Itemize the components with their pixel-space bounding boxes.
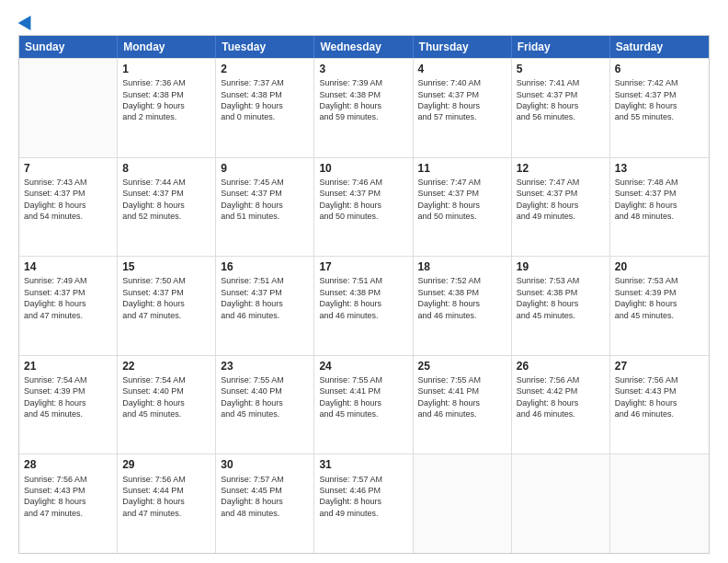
weekday-header-thursday: Thursday xyxy=(414,36,512,58)
calendar: SundayMondayTuesdayWednesdayThursdayFrid… xyxy=(18,35,710,554)
day-info: Sunrise: 7:52 AMSunset: 4:38 PMDaylight:… xyxy=(418,275,506,321)
day-number: 19 xyxy=(517,259,605,274)
day-cell-26: 26Sunrise: 7:56 AMSunset: 4:42 PMDayligh… xyxy=(512,356,610,454)
day-number: 20 xyxy=(615,259,704,274)
day-cell-31: 31Sunrise: 7:57 AMSunset: 4:46 PMDayligh… xyxy=(314,454,413,553)
day-info: Sunrise: 7:55 AMSunset: 4:40 PMDaylight:… xyxy=(221,374,309,420)
day-info: Sunrise: 7:54 AMSunset: 4:39 PMDaylight:… xyxy=(24,374,112,420)
day-cell-17: 17Sunrise: 7:51 AMSunset: 4:38 PMDayligh… xyxy=(314,257,413,355)
day-number: 1 xyxy=(122,62,210,76)
day-cell-28: 28Sunrise: 7:56 AMSunset: 4:43 PMDayligh… xyxy=(19,454,118,553)
day-number: 26 xyxy=(517,359,605,373)
day-cell-20: 20Sunrise: 7:53 AMSunset: 4:39 PMDayligh… xyxy=(610,257,709,355)
day-number: 21 xyxy=(24,359,112,373)
day-number: 17 xyxy=(319,259,407,274)
day-number: 25 xyxy=(418,359,506,373)
calendar-row-2: 14Sunrise: 7:49 AMSunset: 4:37 PMDayligh… xyxy=(19,256,709,355)
day-info: Sunrise: 7:44 AMSunset: 4:37 PMDaylight:… xyxy=(122,177,210,223)
day-number: 30 xyxy=(221,457,309,472)
day-info: Sunrise: 7:55 AMSunset: 4:41 PMDaylight:… xyxy=(418,374,506,420)
day-cell-11: 11Sunrise: 7:47 AMSunset: 4:37 PMDayligh… xyxy=(414,158,512,257)
day-info: Sunrise: 7:55 AMSunset: 4:41 PMDaylight:… xyxy=(319,374,407,420)
day-cell-27: 27Sunrise: 7:56 AMSunset: 4:43 PMDayligh… xyxy=(610,356,709,454)
empty-cell-0-0 xyxy=(19,59,118,157)
day-number: 31 xyxy=(319,457,407,472)
weekday-header-friday: Friday xyxy=(512,36,610,58)
day-info: Sunrise: 7:40 AMSunset: 4:37 PMDaylight:… xyxy=(418,77,506,123)
day-info: Sunrise: 7:49 AMSunset: 4:37 PMDaylight:… xyxy=(24,275,112,321)
day-number: 4 xyxy=(418,62,506,76)
day-cell-30: 30Sunrise: 7:57 AMSunset: 4:45 PMDayligh… xyxy=(216,454,314,553)
day-number: 2 xyxy=(221,62,309,76)
day-number: 22 xyxy=(122,359,210,373)
day-cell-3: 3Sunrise: 7:39 AMSunset: 4:38 PMDaylight… xyxy=(314,59,413,157)
day-number: 18 xyxy=(418,259,506,274)
day-number: 13 xyxy=(615,161,704,176)
day-number: 16 xyxy=(221,259,309,274)
day-info: Sunrise: 7:56 AMSunset: 4:43 PMDaylight:… xyxy=(615,374,704,420)
day-cell-29: 29Sunrise: 7:56 AMSunset: 4:44 PMDayligh… xyxy=(118,454,216,553)
day-number: 11 xyxy=(418,161,506,176)
day-info: Sunrise: 7:51 AMSunset: 4:37 PMDaylight:… xyxy=(221,275,309,321)
day-cell-4: 4Sunrise: 7:40 AMSunset: 4:37 PMDaylight… xyxy=(414,59,512,157)
day-info: Sunrise: 7:54 AMSunset: 4:40 PMDaylight:… xyxy=(122,374,210,420)
day-info: Sunrise: 7:41 AMSunset: 4:37 PMDaylight:… xyxy=(517,77,605,123)
day-number: 23 xyxy=(221,359,309,373)
weekday-header-sunday: Sunday xyxy=(19,36,118,58)
day-cell-13: 13Sunrise: 7:48 AMSunset: 4:37 PMDayligh… xyxy=(610,158,709,257)
day-number: 28 xyxy=(24,457,112,472)
day-cell-5: 5Sunrise: 7:41 AMSunset: 4:37 PMDaylight… xyxy=(512,59,610,157)
calendar-body: 1Sunrise: 7:36 AMSunset: 4:38 PMDaylight… xyxy=(19,58,709,553)
logo-triangle-icon xyxy=(18,12,38,30)
day-info: Sunrise: 7:57 AMSunset: 4:46 PMDaylight:… xyxy=(319,474,407,520)
day-cell-7: 7Sunrise: 7:43 AMSunset: 4:37 PMDaylight… xyxy=(19,158,118,257)
calendar-row-4: 28Sunrise: 7:56 AMSunset: 4:43 PMDayligh… xyxy=(19,454,709,553)
day-cell-24: 24Sunrise: 7:55 AMSunset: 4:41 PMDayligh… xyxy=(314,356,413,454)
day-cell-23: 23Sunrise: 7:55 AMSunset: 4:40 PMDayligh… xyxy=(216,356,314,454)
day-cell-1: 1Sunrise: 7:36 AMSunset: 4:38 PMDaylight… xyxy=(118,59,216,157)
weekday-header-wednesday: Wednesday xyxy=(314,36,413,58)
calendar-header: SundayMondayTuesdayWednesdayThursdayFrid… xyxy=(19,36,709,58)
day-cell-2: 2Sunrise: 7:37 AMSunset: 4:38 PMDaylight… xyxy=(216,59,314,157)
calendar-row-1: 7Sunrise: 7:43 AMSunset: 4:37 PMDaylight… xyxy=(19,157,709,257)
day-cell-9: 9Sunrise: 7:45 AMSunset: 4:37 PMDaylight… xyxy=(216,158,314,257)
empty-cell-4-6 xyxy=(610,454,709,553)
day-number: 29 xyxy=(122,457,210,472)
day-info: Sunrise: 7:57 AMSunset: 4:45 PMDaylight:… xyxy=(221,474,309,520)
weekday-header-monday: Monday xyxy=(118,36,216,58)
weekday-header-saturday: Saturday xyxy=(610,36,709,58)
day-cell-12: 12Sunrise: 7:47 AMSunset: 4:37 PMDayligh… xyxy=(512,158,610,257)
day-number: 12 xyxy=(517,161,605,176)
weekday-header-tuesday: Tuesday xyxy=(216,36,314,58)
day-cell-18: 18Sunrise: 7:52 AMSunset: 4:38 PMDayligh… xyxy=(414,257,512,355)
day-number: 5 xyxy=(517,62,605,76)
day-info: Sunrise: 7:36 AMSunset: 4:38 PMDaylight:… xyxy=(122,77,210,123)
day-info: Sunrise: 7:39 AMSunset: 4:38 PMDaylight:… xyxy=(319,77,407,123)
header xyxy=(18,15,710,28)
day-info: Sunrise: 7:37 AMSunset: 4:38 PMDaylight:… xyxy=(221,77,309,123)
calendar-row-3: 21Sunrise: 7:54 AMSunset: 4:39 PMDayligh… xyxy=(19,355,709,454)
day-number: 14 xyxy=(24,259,112,274)
day-cell-19: 19Sunrise: 7:53 AMSunset: 4:38 PMDayligh… xyxy=(512,257,610,355)
day-info: Sunrise: 7:46 AMSunset: 4:37 PMDaylight:… xyxy=(319,177,407,223)
page: SundayMondayTuesdayWednesdayThursdayFrid… xyxy=(0,0,728,563)
day-info: Sunrise: 7:45 AMSunset: 4:37 PMDaylight:… xyxy=(221,177,309,223)
day-number: 3 xyxy=(319,62,407,76)
day-cell-22: 22Sunrise: 7:54 AMSunset: 4:40 PMDayligh… xyxy=(118,356,216,454)
day-number: 10 xyxy=(319,161,407,176)
day-info: Sunrise: 7:42 AMSunset: 4:37 PMDaylight:… xyxy=(615,77,704,123)
day-cell-10: 10Sunrise: 7:46 AMSunset: 4:37 PMDayligh… xyxy=(314,158,413,257)
day-info: Sunrise: 7:50 AMSunset: 4:37 PMDaylight:… xyxy=(122,275,210,321)
day-info: Sunrise: 7:53 AMSunset: 4:38 PMDaylight:… xyxy=(517,275,605,321)
logo xyxy=(18,15,35,28)
day-info: Sunrise: 7:56 AMSunset: 4:42 PMDaylight:… xyxy=(517,374,605,420)
day-info: Sunrise: 7:53 AMSunset: 4:39 PMDaylight:… xyxy=(615,275,704,321)
empty-cell-4-4 xyxy=(414,454,512,553)
day-info: Sunrise: 7:56 AMSunset: 4:44 PMDaylight:… xyxy=(122,474,210,520)
day-info: Sunrise: 7:51 AMSunset: 4:38 PMDaylight:… xyxy=(319,275,407,321)
day-cell-21: 21Sunrise: 7:54 AMSunset: 4:39 PMDayligh… xyxy=(19,356,118,454)
day-info: Sunrise: 7:47 AMSunset: 4:37 PMDaylight:… xyxy=(517,177,605,223)
day-info: Sunrise: 7:48 AMSunset: 4:37 PMDaylight:… xyxy=(615,177,704,223)
day-cell-14: 14Sunrise: 7:49 AMSunset: 4:37 PMDayligh… xyxy=(19,257,118,355)
day-cell-8: 8Sunrise: 7:44 AMSunset: 4:37 PMDaylight… xyxy=(118,158,216,257)
